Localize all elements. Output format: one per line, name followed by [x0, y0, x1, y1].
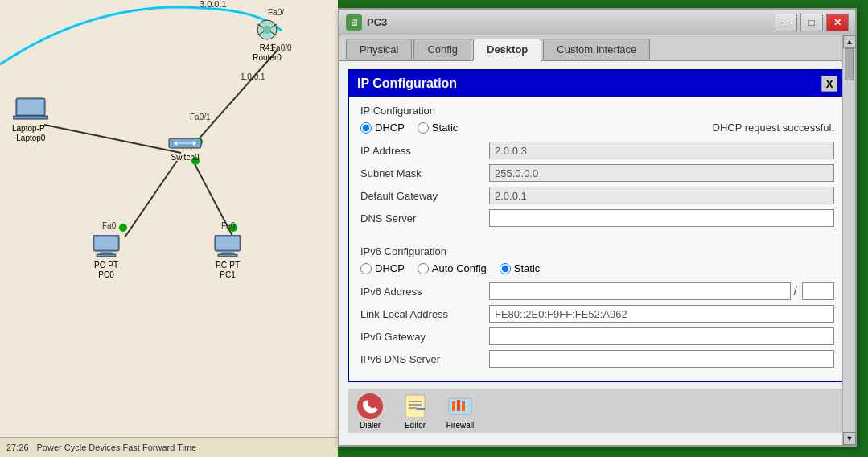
tab-desktop[interactable]: Desktop — [473, 39, 541, 61]
ip-address-label: IP Address — [360, 145, 489, 157]
svg-point-7 — [119, 224, 127, 232]
network-topology-svg: 3.0.0.1 Fa0/ Fa0/0 1.0.0.1 Fa0/1 Fa0 Fa0 — [0, 0, 338, 457]
svg-point-21 — [263, 26, 271, 34]
scrollbar-thumb[interactable] — [845, 48, 854, 80]
switch0-device[interactable]: Switch0 — [167, 135, 203, 163]
dhcp-radio-item[interactable]: DHCP — [360, 121, 405, 134]
laptop0-device[interactable]: Laptop-PTLaptop0 — [12, 97, 50, 143]
editor-label: Editor — [405, 421, 426, 430]
ipv6-auto-radio-item[interactable]: Auto Config — [418, 262, 487, 274]
svg-rect-35 — [405, 395, 425, 418]
svg-rect-17 — [13, 116, 48, 119]
pc1-device[interactable]: PC-PTPC1 — [212, 235, 244, 280]
svg-rect-43 — [462, 401, 465, 411]
close-button[interactable]: ✕ — [826, 14, 849, 31]
ipv6-address-row: IPv6 Address / — [360, 282, 834, 300]
scrollbar-arrow-up[interactable]: ▲ — [843, 35, 856, 48]
maximize-button[interactable]: □ — [800, 14, 823, 31]
dialer-label: Dialer — [360, 421, 381, 430]
svg-rect-29 — [97, 254, 116, 257]
subnet-mask-row: Subnet Mask — [360, 164, 834, 182]
dhcp-label: DHCP — [375, 121, 405, 134]
svg-text:3.0.0.1: 3.0.0.1 — [200, 0, 227, 9]
subnet-mask-label: Subnet Mask — [360, 167, 489, 179]
svg-rect-42 — [457, 400, 460, 411]
ip-config-dialog: IP Configuration X IP Configuration DHCP… — [348, 69, 847, 382]
ipv6-auto-label: Auto Config — [432, 262, 487, 274]
ipv6-static-radio-item[interactable]: Static — [500, 262, 541, 274]
dhcp-radio[interactable] — [360, 122, 372, 134]
ipv6-dhcp-radio[interactable] — [360, 263, 372, 274]
svg-rect-41 — [452, 401, 455, 411]
firewall-icon-item[interactable]: Firewall — [446, 392, 475, 430]
ip-config-body: IP Configuration DHCP Static DHCP reques… — [349, 97, 845, 381]
dialer-icon-item[interactable]: Dialer — [356, 392, 385, 430]
scrollbar-arrow-down[interactable]: ▼ — [843, 432, 856, 445]
ip-config-title-bar: IP Configuration X — [349, 71, 845, 97]
ipv4-section-label: IP Configuration — [360, 105, 834, 117]
svg-text:Fa0/1: Fa0/1 — [190, 113, 211, 121]
ipv6-prefix-divider: / — [794, 284, 797, 298]
tab-custom-interface[interactable]: Custom Interface — [543, 39, 650, 60]
ipv6-dns-input[interactable] — [489, 350, 834, 368]
dns-server-row: DNS Server — [360, 209, 834, 227]
ipv6-radio-row: DHCP Auto Config Static — [360, 262, 834, 274]
ip-config-title: IP Configuration — [357, 76, 457, 91]
svg-text:1.0.0.1: 1.0.0.1 — [241, 72, 265, 81]
svg-rect-27 — [95, 237, 117, 249]
app-icons-row: Dialer Editor — [348, 389, 847, 433]
dialer-icon — [356, 392, 385, 421]
ipv6-dns-row: IPv6 DNS Server — [360, 350, 834, 368]
editor-icon-item[interactable]: Editor — [401, 392, 430, 430]
scrollbar-track: ▲ ▼ — [842, 35, 855, 445]
ip-address-input[interactable] — [489, 142, 834, 159]
subnet-mask-input[interactable] — [489, 164, 834, 182]
svg-text:Fa0/: Fa0/ — [268, 8, 284, 17]
link-local-input[interactable] — [489, 305, 834, 323]
pc0-device[interactable]: PC-PTPC0 — [90, 235, 122, 280]
window-controls: — □ ✕ — [775, 14, 849, 31]
svg-line-0 — [197, 50, 278, 141]
ipv6-section-label: IPv6 Configuration — [360, 245, 834, 257]
tab-bar: Physical Config Desktop Custom Interface — [339, 35, 855, 61]
window-title: PC3 — [367, 16, 775, 28]
ip-config-close-button[interactable]: X — [821, 76, 837, 92]
firewall-icon — [446, 392, 475, 421]
minimize-button[interactable]: — — [775, 14, 797, 31]
ipv6-gateway-input[interactable] — [489, 327, 834, 345]
svg-rect-33 — [218, 254, 237, 257]
default-gateway-input[interactable] — [489, 187, 834, 204]
svg-rect-16 — [18, 100, 43, 114]
status-message: Power Cycle Devices Fast Forward Time — [37, 443, 197, 452]
svg-rect-32 — [221, 251, 234, 254]
svg-line-2 — [125, 161, 177, 237]
status-bar: 27:26 Power Cycle Devices Fast Forward T… — [0, 437, 338, 457]
svg-text:Fa0: Fa0 — [102, 221, 117, 230]
static-radio-item[interactable]: Static — [418, 121, 459, 134]
tab-config[interactable]: Config — [413, 39, 471, 60]
dhcp-status: DHCP request successful. — [713, 121, 835, 134]
default-gateway-label: Default Gateway — [360, 190, 489, 202]
svg-text:Fa0: Fa0 — [221, 221, 236, 230]
svg-rect-39 — [417, 408, 425, 410]
ipv6-gateway-label: IPv6 Gateway — [360, 331, 489, 343]
ipv6-prefix-input[interactable] — [802, 282, 834, 300]
firewall-label: Firewall — [446, 421, 474, 430]
svg-rect-28 — [100, 251, 113, 254]
ipv6-static-radio[interactable] — [500, 263, 511, 274]
pc3-window: 🖥 PC3 — □ ✕ Physical Config Desktop Cust… — [338, 8, 857, 447]
dns-server-input[interactable] — [489, 209, 834, 227]
static-radio[interactable] — [418, 122, 429, 134]
tab-physical[interactable]: Physical — [346, 39, 412, 60]
network-canvas: 3.0.0.1 Fa0/ Fa0/0 1.0.0.1 Fa0/1 Fa0 Fa0… — [0, 0, 338, 457]
ipv6-dns-label: IPv6 DNS Server — [360, 353, 489, 365]
static-label: Static — [432, 121, 459, 134]
ipv6-dhcp-radio-item[interactable]: DHCP — [360, 262, 405, 274]
ipv6-section: IPv6 Configuration DHCP Auto Config — [360, 237, 834, 368]
ipv6-address-input[interactable] — [489, 282, 791, 300]
ipv6-auto-radio[interactable] — [418, 263, 429, 274]
router41-device[interactable]: R41Router0 — [249, 18, 285, 63]
ipv6-static-label: Static — [514, 262, 541, 274]
svg-line-1 — [44, 125, 181, 153]
status-time: 27:26 — [6, 443, 29, 452]
